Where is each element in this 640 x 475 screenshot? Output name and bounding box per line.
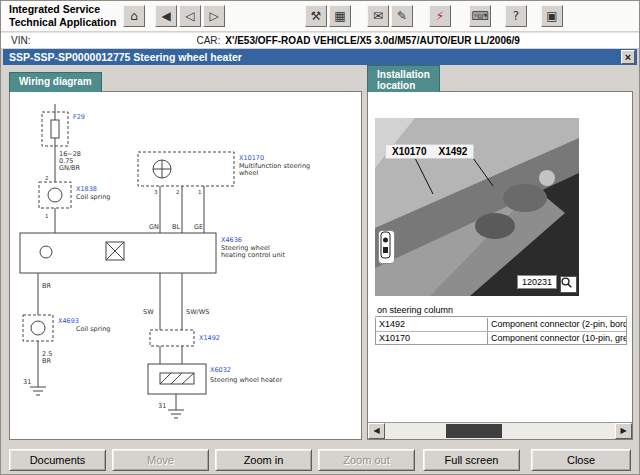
diagram-pin-numbers: 2 1 3 2 1 <box>45 175 202 219</box>
callout-x10170: X10170 <box>392 146 426 157</box>
keyboard-icon: ⌨ <box>471 10 488 22</box>
callout-x1492: X1492 <box>438 146 467 157</box>
svg-text:2: 2 <box>176 189 180 195</box>
svg-text:31: 31 <box>158 402 166 410</box>
label-conn-msw: X10170 <box>239 154 264 162</box>
tab-installation-label-line1: Installation <box>377 69 430 80</box>
label-fuse: F29 <box>73 113 85 121</box>
document-title: SSP-SSP-SP0000012775 Steering wheel heat… <box>9 51 242 63</box>
svg-text:SW: SW <box>143 308 154 316</box>
scroll-left-button[interactable]: ◀ <box>368 423 385 439</box>
page-back-icon: ◁ <box>185 10 194 22</box>
vehicle-bar: VIN: CAR: X'/E53/OFF-ROAD VEHICLE/X5 3.0… <box>1 32 639 48</box>
notes-icon: ✎ <box>397 10 407 22</box>
svg-text:BR: BR <box>42 282 51 290</box>
svg-text:wheel: wheel <box>239 169 258 177</box>
tab-wiring-diagram[interactable]: Wiring diagram <box>9 72 102 92</box>
page-back-button[interactable]: ◁ <box>179 5 201 27</box>
car-label: CAR: <box>196 35 220 46</box>
home-icon: ⌂ <box>130 10 138 22</box>
svg-text:BL: BL <box>172 223 180 231</box>
help-icon: ? <box>513 10 519 22</box>
close-icon: × <box>625 51 631 63</box>
measurement-button[interactable]: ▦ <box>329 5 351 27</box>
app-title-line1: Integrated Service <box>9 3 116 16</box>
scroll-thumb[interactable] <box>446 424 502 438</box>
page-forward-icon: ▷ <box>209 10 218 22</box>
heater-branch <box>148 273 206 418</box>
table-row[interactable]: X1492Component connector (2-pin, bordeau… <box>376 318 626 331</box>
close-button[interactable]: Close <box>531 449 631 471</box>
tab-installation-location[interactable]: Installation location <box>367 65 440 92</box>
toolbar-group: ▣ <box>541 5 565 27</box>
svg-text:Coil spring: Coil spring <box>76 193 110 201</box>
footer: DocumentsMoveZoom inZoom outFull screenC… <box>9 449 631 471</box>
label-conn-coil-top: X1838 <box>76 185 97 193</box>
app-title: Integrated Service Technical Application <box>9 3 116 29</box>
zoom-out-button: Zoom out <box>318 449 415 471</box>
svg-text:GE: GE <box>194 223 203 231</box>
svg-text:31: 31 <box>23 378 31 386</box>
connector-id-cell: X1492 <box>376 318 488 331</box>
svg-text:Steering wheel heater: Steering wheel heater <box>210 376 282 384</box>
hotline-button[interactable]: ⚡ <box>429 5 451 27</box>
svg-text:BR: BR <box>42 357 51 365</box>
zoom-in-button[interactable]: Zoom in <box>215 449 312 471</box>
installation-location-panel: X10170 X1492 120231 on steering column X… <box>367 91 633 440</box>
toolbar-group: ⚡ <box>429 5 453 27</box>
workshop-button[interactable]: ⚒ <box>305 5 327 27</box>
full-screen-button[interactable]: Full screen <box>423 449 520 471</box>
image-number: 120231 <box>517 275 557 289</box>
notes-button[interactable]: ✎ <box>391 5 413 27</box>
hotline-icon: ⚡ <box>436 10 444 22</box>
page-forward-button[interactable]: ▷ <box>203 5 225 27</box>
label-conn-coil-bottom: X4693 <box>58 317 79 325</box>
svg-text:heating control unit: heating control unit <box>221 251 285 259</box>
measurement-icon: ▦ <box>334 10 345 22</box>
label-conn-heater-mid: X1492 <box>199 334 220 342</box>
tab-installation-label-line2: location <box>377 80 430 91</box>
switch-screen-icon: ▣ <box>546 10 557 22</box>
toolbar-group: ✉✎ <box>367 5 415 27</box>
vin-label: VIN: <box>11 35 30 46</box>
toolbar-group: ⌂ <box>123 5 147 27</box>
svg-text:GN: GN <box>149 223 159 231</box>
svg-text:1: 1 <box>198 189 202 195</box>
home-button[interactable]: ⌂ <box>123 5 145 27</box>
magnify-photo-button[interactable] <box>560 276 577 293</box>
svg-text:Coil spring: Coil spring <box>76 325 110 333</box>
close-document-button[interactable]: × <box>621 50 635 64</box>
mail-button[interactable]: ✉ <box>367 5 389 27</box>
back-button[interactable]: ◀ <box>155 5 177 27</box>
toolbar-group: ◀◁▷ <box>155 5 227 27</box>
toolbar: ⌂◀◁▷⚒▦✉✎⚡⌨?▣ <box>123 5 565 27</box>
wiring-diagram-canvas[interactable]: F29 X1838 X10170 X4636 X4693 X1492 X6032… <box>10 92 361 439</box>
wiring-diagram: F29 X1838 X10170 X4636 X4693 X1492 X6032… <box>10 92 359 422</box>
documents-button[interactable]: Documents <box>9 449 106 471</box>
back-icon: ◀ <box>161 10 170 22</box>
connector-table: X1492Component connector (2-pin, bordeau… <box>375 318 627 345</box>
help-button[interactable]: ? <box>505 5 527 27</box>
main-area: Wiring diagram Installation location <box>1 65 639 474</box>
car-position-icon <box>379 231 392 259</box>
toolbar-group: ⚒▦ <box>305 5 353 27</box>
toolbar-group: ⌨ <box>469 5 493 27</box>
installation-photo: X10170 X1492 120231 <box>375 118 579 296</box>
car-position-badge <box>378 230 395 264</box>
photo-callouts: X10170 X1492 <box>385 144 474 159</box>
car-value: X'/E53/OFF-ROAD VEHICLE/X5 3.0d/M57/AUTO… <box>225 35 520 46</box>
workshop-icon: ⚒ <box>311 10 322 22</box>
coil-spring-top-symbol <box>39 182 71 233</box>
switch-screen-button[interactable]: ▣ <box>541 5 563 27</box>
scroll-right-button[interactable]: ▶ <box>615 423 632 439</box>
svg-text:GN/BR: GN/BR <box>59 164 81 172</box>
scroll-right-icon: ▶ <box>620 426 626 435</box>
connector-description-cell: Component connector (2-pin, bordeaux, <box>488 318 626 331</box>
table-row[interactable]: X10170Component connector (10-pin, green… <box>376 331 626 344</box>
mail-icon: ✉ <box>373 10 383 22</box>
scroll-left-icon: ◀ <box>373 426 379 435</box>
app-title-line2: Technical Application <box>9 16 116 29</box>
control-unit-symbol <box>20 233 216 273</box>
horizontal-scrollbar[interactable]: ◀ ▶ <box>368 422 632 439</box>
keyboard-button[interactable]: ⌨ <box>469 5 491 27</box>
